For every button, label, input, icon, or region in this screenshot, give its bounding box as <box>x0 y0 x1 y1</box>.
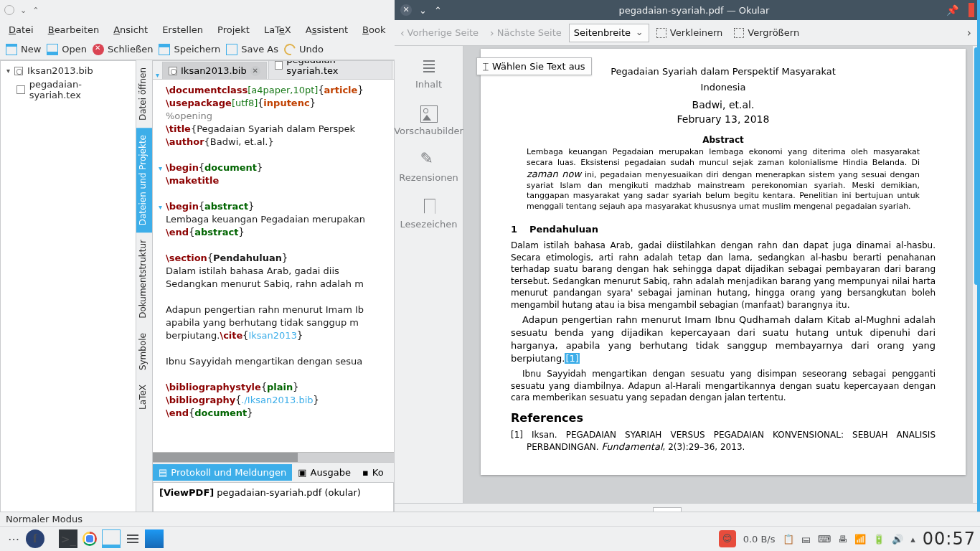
tray-printer-icon[interactable]: 🖶 <box>838 534 847 545</box>
tray-wifi-icon[interactable]: 📶 <box>854 534 866 545</box>
save-icon <box>159 44 170 55</box>
tex-file-icon <box>275 61 283 70</box>
menu-view[interactable]: Ansicht <box>113 24 148 35</box>
nav-next-page: ›Nächste Seite <box>486 27 566 39</box>
doctab-tex[interactable]: pegadaian-syariah.tex <box>268 60 392 79</box>
menu-latex[interactable]: LaTeX <box>264 24 291 35</box>
doc-author: Badwi, et.al. <box>511 99 936 110</box>
tab-list-icon[interactable]: ▾ <box>153 71 162 79</box>
references-heading: References <box>511 411 936 425</box>
bib-file-icon <box>169 67 177 75</box>
update-indicator-icon[interactable] <box>969 3 974 17</box>
nav-prev-page: ‹Vorherige Seite <box>396 27 483 39</box>
menu-create[interactable]: Erstellen <box>162 24 203 35</box>
side-thumbnails[interactable]: Vorschaubilder <box>395 98 463 143</box>
bib-file-icon <box>14 67 23 75</box>
tool-undo[interactable]: Undo <box>284 44 324 55</box>
tray-notification-icon[interactable]: 😊 <box>719 530 736 547</box>
log-icon: ▤ <box>159 467 167 478</box>
btab-output[interactable]: ▣Ausgabe <box>292 464 357 481</box>
tool-saveas[interactable]: Save As <box>226 44 278 55</box>
pin-icon[interactable]: 📌 <box>946 4 958 16</box>
document-view[interactable]: ⌶Wählen Sie Text aus Pegadaian Syariah d… <box>463 46 973 503</box>
tool-new[interactable]: New <box>6 44 41 55</box>
window-menu-down-icon[interactable]: ⌄ <box>20 6 27 15</box>
zoom-in[interactable]: Vergrößern <box>730 27 804 38</box>
para-3: Ibnu Sayyidah mengartikan dengan sesuatu… <box>511 368 936 404</box>
tray-usb-icon[interactable]: 🖴 <box>801 534 811 545</box>
abstract-heading: Abstract <box>511 135 936 145</box>
side-reviews[interactable]: Rezensionen <box>395 145 463 190</box>
side-toc[interactable]: Inhalt <box>395 52 463 97</box>
btab-konsole[interactable]: ▪Ko <box>357 464 390 481</box>
para-2: Adapun pengertian rahn menurut Imam Ibnu… <box>511 314 936 365</box>
tray-clipboard-icon[interactable]: 📋 <box>783 534 794 545</box>
chevron-right-icon: › <box>490 27 494 39</box>
menu-file[interactable]: Datei <box>9 24 34 35</box>
app-launcher-icon[interactable]: ⋯ <box>4 529 23 548</box>
okular-titlebar[interactable]: ✕ ⌄ ⌃ pegadaian-syariah.pdf — Okular 📌 <box>395 0 980 20</box>
task-chrome[interactable] <box>80 529 99 548</box>
menu-project[interactable]: Projekt <box>217 24 250 35</box>
tray-volume-icon[interactable]: 🔊 <box>892 534 903 545</box>
tree-item-bib[interactable]: ▾Iksan2013.bib <box>4 64 133 77</box>
citation-link[interactable]: [1] <box>565 353 579 364</box>
btab-log[interactable]: ▤Protokoll und Meldungen <box>153 464 292 481</box>
okular-window: ✕ ⌄ ⌃ pegadaian-syariah.pdf — Okular 📌 ‹… <box>395 0 980 526</box>
close-icon <box>93 44 104 55</box>
toc-icon <box>420 59 438 76</box>
window-close-icon[interactable]: ✕ <box>400 4 412 16</box>
menu-book[interactable]: Book <box>362 24 385 35</box>
file-tree[interactable]: ▾Iksan2013.bib pegadaian-syariah.tex <box>0 60 136 526</box>
tool-save[interactable]: Speichern <box>159 44 220 55</box>
task-konsole[interactable]: >_ <box>59 529 77 548</box>
vtab-open-file[interactable]: Datei öffnen <box>136 60 152 128</box>
kile-menubar: Datei Bearbeiten Ansicht Erstellen Proje… <box>0 20 395 39</box>
tray-clock[interactable]: 00:57 <box>923 529 976 549</box>
section-1-heading: 1Pendahuluan <box>511 222 936 235</box>
editor-hscrollbar[interactable] <box>153 452 394 462</box>
window-max-icon[interactable]: ⌃ <box>434 5 442 16</box>
task-okular[interactable] <box>145 529 164 548</box>
vtab-symbols[interactable]: Symbole <box>136 326 152 377</box>
window-close-icon[interactable] <box>4 5 14 15</box>
tray-keyboard-icon[interactable]: ⌨ <box>818 534 831 545</box>
text-select-icon: ⌶ <box>483 61 489 72</box>
para-1: Dalam istilah bahasa Arab, gadai diistil… <box>511 240 936 311</box>
vtab-doc-structure[interactable]: Dokumentstruktur <box>136 232 152 326</box>
tree-item-tex[interactable]: pegadaian-syariah.tex <box>4 77 133 102</box>
status-mode: Normaler Modus <box>6 514 83 524</box>
thumbnails-icon <box>420 105 438 123</box>
kile-statusbar: Normaler Modus <box>0 512 980 526</box>
task-files[interactable] <box>102 529 121 548</box>
menu-edit[interactable]: Bearbeiten <box>48 24 99 35</box>
msg-text: pegadaian-syariah.pdf (okular) <box>214 487 361 498</box>
task-kile[interactable] <box>123 529 142 548</box>
vtab-files-projects[interactable]: Dateien und Projekte <box>136 128 152 232</box>
zoom-out[interactable]: Verkleinern <box>652 27 727 38</box>
tool-open[interactable]: Open <box>47 44 87 55</box>
reviews-icon <box>420 152 438 169</box>
tree-collapse-icon[interactable]: ▾ <box>6 67 10 75</box>
fit-select-wrap[interactable]: Seitenbreite <box>569 24 649 42</box>
window-min-icon[interactable]: ⌄ <box>419 5 427 16</box>
konsole-icon: ▪ <box>362 467 369 478</box>
toolbar-overflow-icon[interactable]: › <box>960 26 979 39</box>
msg-label: [ViewPDF] <box>159 487 214 498</box>
fedora-menu-icon[interactable]: f <box>26 529 44 548</box>
window-menu-up-icon[interactable]: ⌃ <box>32 6 39 15</box>
fit-select[interactable]: Seitenbreite <box>569 24 649 42</box>
abstract-text: Lembaga keuangan Pegadaian merupakan lem… <box>527 147 920 212</box>
code-editor[interactable]: \documentclass[a4paper,10pt]{article} \u… <box>153 80 394 452</box>
menu-assistant[interactable]: Assistent <box>306 24 348 35</box>
pdf-page[interactable]: Pegadaian Syariah dalam Perspektif Masya… <box>481 49 966 475</box>
tab-close-icon[interactable]: ✕ <box>250 66 260 76</box>
tool-close[interactable]: Schließen <box>93 44 153 55</box>
side-bookmarks[interactable]: Lesezeichen <box>395 192 463 237</box>
kile-titlebar[interactable]: ⌄ ⌃ <box>0 0 395 20</box>
vtab-latex[interactable]: LaTeX <box>136 377 152 417</box>
doctab-bib[interactable]: Iksan2013.bib✕ <box>162 62 267 79</box>
tray-expand-icon[interactable]: ▴ <box>910 534 915 545</box>
tex-file-icon <box>17 85 25 94</box>
tray-battery-icon[interactable]: 🔋 <box>873 534 885 545</box>
